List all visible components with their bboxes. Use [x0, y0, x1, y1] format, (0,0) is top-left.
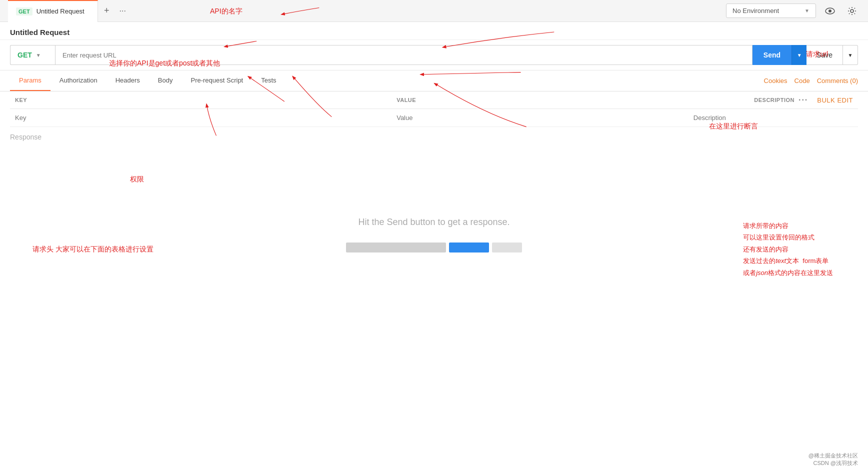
request-title-bar: Untitled Request: [0, 22, 868, 40]
tab-authorization[interactable]: Authorization: [50, 70, 106, 91]
tab-title-text: Untitled Request: [36, 8, 84, 15]
tab-method-badge: GET: [16, 8, 32, 16]
save-button[interactable]: Save: [806, 45, 843, 65]
params-section: KEY VALUE DESCRIPTION ··· Bulk Edit: [0, 92, 868, 127]
code-link[interactable]: Code: [794, 77, 810, 84]
url-input[interactable]: [55, 45, 752, 65]
settings-icon-button[interactable]: [844, 3, 860, 19]
svg-point-2: [850, 10, 854, 12]
bar-segment-3: [492, 242, 522, 252]
send-hint-text: Hit the Send button to get a response.: [358, 217, 510, 228]
col-value-header: VALUE: [392, 92, 688, 109]
bottom-area: Hit the Send button to get a response.: [0, 197, 868, 262]
cookies-link[interactable]: Cookies: [764, 77, 788, 84]
response-section: Response: [0, 127, 868, 147]
add-tab-button[interactable]: +: [98, 0, 116, 22]
footer: @稀土掘金技术社区 CSDN @浅羽技术: [808, 452, 858, 467]
bar-segment-2: [449, 242, 489, 252]
request-tabs: Params Authorization Headers Body Pre-re…: [0, 70, 868, 92]
tab-more-button[interactable]: ···: [116, 0, 130, 22]
tab-pre-request-script[interactable]: Pre-request Script: [182, 70, 252, 91]
method-text: GET: [18, 51, 32, 59]
value-input[interactable]: [396, 114, 684, 122]
environment-selector[interactable]: No Environment ▼: [726, 4, 816, 18]
environment-label: No Environment: [732, 7, 800, 14]
tabs-right-actions: Cookies Code Comments (0): [764, 77, 858, 84]
env-dropdown-arrow: ▼: [804, 8, 810, 14]
tab-headers[interactable]: Headers: [106, 70, 149, 91]
svg-point-1: [828, 10, 832, 12]
eye-icon-button[interactable]: [822, 3, 838, 19]
footer-line1: @稀土掘金技术社区: [808, 452, 858, 460]
bar-segment-1: [346, 242, 446, 252]
tab-body[interactable]: Body: [149, 70, 182, 91]
table-more-button[interactable]: ···: [798, 96, 808, 104]
url-bar: GET ▼ Send ▼ Save ▼: [0, 40, 868, 70]
method-dropdown-arrow: ▼: [36, 52, 41, 58]
desc-cell[interactable]: [688, 109, 858, 127]
tab-area: GET Untitled Request + ···: [8, 0, 130, 22]
description-input[interactable]: [694, 114, 853, 122]
save-dropdown-button[interactable]: ▼: [843, 45, 858, 65]
tab-tests[interactable]: Tests: [252, 70, 285, 91]
tab-params[interactable]: Params: [10, 70, 50, 91]
send-button[interactable]: Send: [752, 45, 792, 65]
bulk-edit-button[interactable]: Bulk Edit: [817, 96, 853, 104]
key-cell[interactable]: [10, 109, 392, 127]
bar-illustration: [346, 242, 522, 252]
params-table: KEY VALUE DESCRIPTION ··· Bulk Edit: [10, 92, 858, 127]
table-row: [10, 109, 858, 127]
send-dropdown-button[interactable]: ▼: [792, 45, 806, 65]
request-tab[interactable]: GET Untitled Request: [8, 0, 98, 22]
request-title: Untitled Request: [10, 28, 70, 36]
value-cell[interactable]: [392, 109, 688, 127]
response-label: Response: [10, 133, 42, 141]
top-right-area: No Environment ▼: [726, 3, 860, 19]
comments-link[interactable]: Comments (0): [817, 77, 858, 84]
footer-line2: CSDN @浅羽技术: [808, 460, 858, 467]
top-bar: GET Untitled Request + ··· No Environmen…: [0, 0, 868, 22]
method-selector[interactable]: GET ▼: [10, 45, 55, 65]
col-key-header: KEY: [10, 92, 392, 109]
key-input[interactable]: [15, 114, 386, 122]
col-desc-header: DESCRIPTION ··· Bulk Edit: [688, 92, 858, 109]
annotation-auth: 权限: [130, 175, 144, 184]
